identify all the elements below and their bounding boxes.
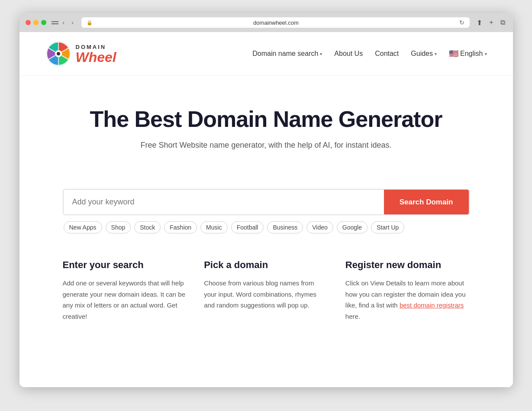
traffic-lights xyxy=(26,20,46,25)
page-content: DOMAIN Wheel Domain name search ▾ About … xyxy=(19,32,513,387)
chevron-down-icon: ▾ xyxy=(320,52,322,56)
back-button[interactable]: ‹ xyxy=(60,18,68,27)
keyword-tag[interactable]: Music xyxy=(200,221,228,233)
reload-icon[interactable]: ↻ xyxy=(459,19,464,26)
keyword-tag[interactable]: Fashion xyxy=(164,221,197,233)
step-enter-search-body: Add one or several keywords that will he… xyxy=(63,278,187,322)
minimize-button[interactable] xyxy=(33,20,39,25)
step-pick-domain-body: Choose from various blog names from your… xyxy=(204,278,328,311)
browser-titlebar: ‹ › 🔒 domainwheel.com ↻ ⬆ + ⧉ xyxy=(19,13,513,32)
step-register-domain: Register new domain Click on View Detail… xyxy=(345,259,470,322)
logo-wheel-icon xyxy=(45,41,71,67)
logo-text: DOMAIN Wheel xyxy=(76,44,116,64)
keyword-tag[interactable]: Business xyxy=(267,221,303,233)
close-button[interactable] xyxy=(26,20,31,25)
hero-section: The Best Domain Name Generator Free Shor… xyxy=(19,76,513,189)
registrars-link[interactable]: best domain registrars xyxy=(400,301,464,309)
search-domain-button[interactable]: Search Domain xyxy=(384,190,469,214)
flag-icon: 🇺🇸 xyxy=(449,49,458,58)
keyword-tag[interactable]: Google xyxy=(337,221,368,233)
nav-link-domain-search[interactable]: Domain name search ▾ xyxy=(252,50,322,58)
nav-item-language: 🇺🇸 English ▾ xyxy=(449,49,487,58)
search-input[interactable] xyxy=(64,190,384,214)
search-section: Search Domain New AppsShopStockFashionMu… xyxy=(37,189,496,233)
sidebar-toggle[interactable] xyxy=(52,21,58,24)
step-register-domain-body: Click on View Details to learn more abou… xyxy=(345,278,470,322)
new-tab-button[interactable]: + xyxy=(487,18,495,27)
nav-link-guides[interactable]: Guides ▾ xyxy=(411,50,437,58)
nav-link-language[interactable]: 🇺🇸 English ▾ xyxy=(449,49,487,58)
url-display: domainwheel.com xyxy=(95,19,457,26)
step-pick-domain-title: Pick a domain xyxy=(204,259,328,271)
nav-item-domain-search: Domain name search ▾ xyxy=(252,50,322,58)
step-register-domain-title: Register new domain xyxy=(345,259,470,271)
main-nav: DOMAIN Wheel Domain name search ▾ About … xyxy=(19,32,513,76)
keyword-tag[interactable]: Video xyxy=(306,221,333,233)
nav-links: Domain name search ▾ About Us Contact xyxy=(252,49,487,58)
nav-item-about: About Us xyxy=(334,50,363,58)
logo-link[interactable]: DOMAIN Wheel xyxy=(45,41,116,67)
address-bar[interactable]: 🔒 domainwheel.com ↻ xyxy=(81,17,470,28)
share-button[interactable]: ⬆ xyxy=(475,18,484,28)
step-pick-domain: Pick a domain Choose from various blog n… xyxy=(204,259,328,322)
keyword-tag[interactable]: New Apps xyxy=(64,221,102,233)
keyword-tag[interactable]: Stock xyxy=(134,221,161,233)
nav-link-about[interactable]: About Us xyxy=(334,50,363,58)
forward-button[interactable]: › xyxy=(69,18,76,27)
hero-subtitle: Free Short Website name generator, with … xyxy=(28,141,504,150)
lock-icon: 🔒 xyxy=(87,20,93,26)
logo-wheel-text: Wheel xyxy=(76,50,116,64)
chevron-down-icon-lang: ▾ xyxy=(485,52,487,56)
nav-item-guides: Guides ▾ xyxy=(411,50,437,58)
step-enter-search: Enter your search Add one or several key… xyxy=(63,259,187,322)
step-register-body-after: here. xyxy=(345,313,360,320)
steps-section: Enter your search Add one or several key… xyxy=(37,259,496,322)
search-box: Search Domain xyxy=(63,189,470,215)
page-title: The Best Domain Name Generator xyxy=(28,106,504,132)
nav-item-contact: Contact xyxy=(375,50,399,58)
keyword-tag[interactable]: Shop xyxy=(106,221,131,233)
tab-overview-button[interactable]: ⧉ xyxy=(499,18,507,27)
keyword-tag[interactable]: Football xyxy=(231,221,264,233)
step-enter-search-title: Enter your search xyxy=(63,259,187,271)
nav-link-contact[interactable]: Contact xyxy=(375,50,399,58)
browser-actions: ⬆ + ⧉ xyxy=(475,18,506,28)
chevron-down-icon-guides: ▾ xyxy=(435,52,437,56)
browser-controls: ‹ › xyxy=(52,18,76,27)
keyword-tag[interactable]: Start Up xyxy=(371,221,404,233)
maximize-button[interactable] xyxy=(41,20,46,25)
keyword-tags: New AppsShopStockFashionMusicFootballBus… xyxy=(63,221,470,233)
svg-point-2 xyxy=(57,52,60,55)
